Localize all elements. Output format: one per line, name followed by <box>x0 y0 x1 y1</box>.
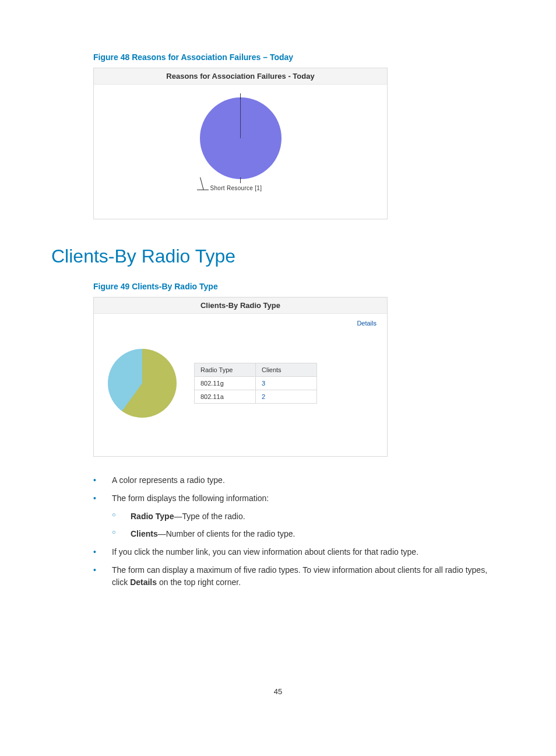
figure-49-caption: Figure 49 Clients-By Radio Type <box>93 282 505 291</box>
cell-radio-type: 802.11g <box>195 377 256 390</box>
term: Details <box>130 578 157 587</box>
list-item: A color represents a radio type. <box>93 474 505 486</box>
sub-list-item: Radio Type—Type of the radio. <box>112 510 505 522</box>
figure-48-caption: Figure 48 Reasons for Association Failur… <box>93 52 505 62</box>
details-link[interactable]: Details <box>357 320 376 327</box>
cell-radio-type: 802.11a <box>195 390 256 404</box>
table-header-clients: Clients <box>256 363 317 377</box>
pie-chart-radio-type <box>108 349 177 418</box>
cell-clients-link[interactable]: 2 <box>256 390 317 404</box>
definition: —Number of clients for the radio type. <box>158 529 295 538</box>
definition: —Type of the radio. <box>174 512 245 521</box>
figure-49-panel-title: Clients-By Radio Type <box>94 298 387 314</box>
figure-48-panel-title: Reasons for Association Failures - Today <box>94 68 387 85</box>
description-list: A color represents a radio type. The for… <box>93 474 505 588</box>
radio-type-table: Radio Type Clients 802.11g 3 802.11a 2 <box>194 363 317 404</box>
table-row: 802.11a 2 <box>195 390 317 404</box>
term: Clients <box>131 529 158 538</box>
table-row: 802.11g 3 <box>195 377 317 390</box>
term: Radio Type <box>131 512 174 521</box>
pie-label-short-resource: Short Resource [1] <box>210 185 262 191</box>
list-item: The form displays the following informat… <box>93 492 505 540</box>
page-number: 45 <box>51 687 505 696</box>
cell-clients-link[interactable]: 3 <box>256 377 317 390</box>
pie-slice-short-resource <box>200 97 281 179</box>
list-item: The form can display a maximum of five r… <box>93 564 505 588</box>
figure-49-panel: Clients-By Radio Type Details Radio Type… <box>93 297 388 457</box>
table-header-radio-type: Radio Type <box>195 363 256 377</box>
sub-list-item: Clients—Number of clients for the radio … <box>112 528 505 540</box>
list-item-text: The form displays the following informat… <box>112 494 269 503</box>
figure-48-panel: Reasons for Association Failures - Today… <box>93 68 388 219</box>
pie-chart-assoc-failures: Short Resource [1] <box>102 92 379 202</box>
list-item: If you click the number link, you can vi… <box>93 546 505 558</box>
section-heading: Clients-By Radio Type <box>51 246 505 267</box>
list-item-text: on the top right corner. <box>157 578 241 587</box>
